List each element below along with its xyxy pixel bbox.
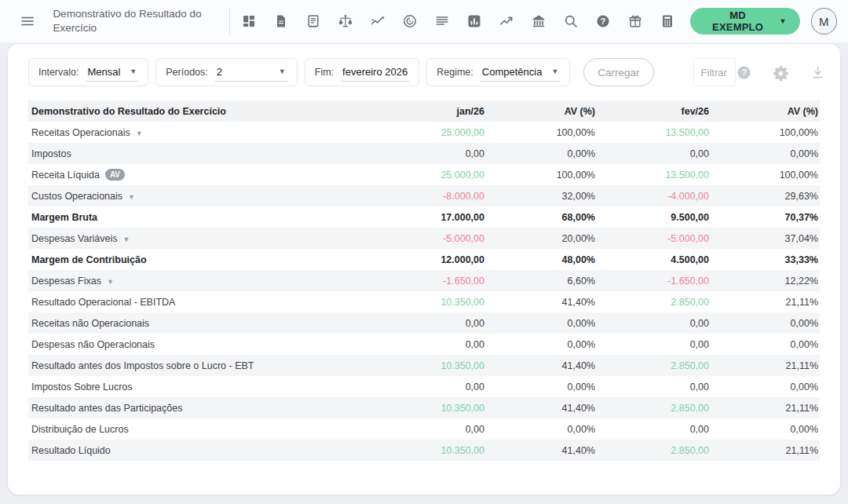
end-date-value: fevereiro 2026 bbox=[342, 66, 408, 78]
cell-value: 2.850,00 bbox=[597, 355, 711, 376]
cell-value: 41,40% bbox=[486, 355, 597, 376]
table-row: Receitas não Operacionais0,000,00%0,000,… bbox=[28, 312, 820, 334]
filter-input[interactable] bbox=[693, 58, 736, 86]
periods-select[interactable]: 2 ▼ bbox=[215, 64, 287, 82]
cell-value: 20,00% bbox=[486, 228, 597, 249]
document-icon[interactable] bbox=[265, 5, 298, 37]
table-row: Despesas não Operacionais0,000,00%0,000,… bbox=[28, 334, 820, 355]
row-label: Impostos Sobre Lucros bbox=[28, 376, 375, 397]
cell-value: 10.350,00 bbox=[375, 355, 486, 376]
expand-caret-icon[interactable]: ▼ bbox=[107, 278, 114, 286]
interval-select[interactable]: Mensal ▼ bbox=[86, 64, 138, 82]
svg-text:?: ? bbox=[601, 16, 605, 26]
sparkline-icon[interactable] bbox=[362, 5, 394, 37]
trending-up-icon[interactable] bbox=[491, 5, 523, 37]
row-label: Resultado Líquido bbox=[28, 440, 375, 461]
end-date-filter: Fim: fevereiro 2026 bbox=[305, 58, 419, 86]
cell-value: 41,40% bbox=[486, 397, 597, 418]
calculator-icon[interactable] bbox=[652, 5, 684, 37]
download-icon[interactable] bbox=[810, 64, 826, 81]
row-label: Receitas Operacionais▼ bbox=[28, 122, 375, 143]
cell-value: 0,00 bbox=[375, 334, 486, 355]
cell-value: 0,00% bbox=[711, 418, 820, 440]
chevron-down-icon: ▼ bbox=[279, 68, 286, 75]
row-label: Resultado antes das Participações bbox=[28, 397, 375, 418]
table-row: Distribuição de Lucros0,000,00%0,000,00% bbox=[28, 418, 820, 440]
cell-value: -5.000,00 bbox=[375, 228, 486, 249]
cell-value: 33,33% bbox=[711, 249, 820, 270]
cell-value: 0,00% bbox=[711, 334, 820, 355]
text-lines-icon[interactable] bbox=[426, 5, 459, 37]
table-row: Receitas Operacionais▼25.000,00100,00%13… bbox=[28, 122, 820, 143]
cell-value: 25.000,00 bbox=[375, 164, 486, 185]
cell-value: 41,40% bbox=[486, 291, 597, 312]
table-row: Receita LíquidaAV25.000,00100,00%13.500,… bbox=[28, 164, 820, 185]
cell-value: 48,00% bbox=[486, 249, 597, 270]
search-icon[interactable] bbox=[555, 5, 587, 37]
cell-value: 6,60% bbox=[486, 270, 597, 291]
regime-value: Competência bbox=[482, 66, 543, 78]
filter-actions: ? bbox=[736, 64, 848, 81]
bar-chart-icon[interactable] bbox=[459, 5, 491, 37]
cell-value: 29,63% bbox=[711, 185, 820, 206]
row-label: Receita LíquidaAV bbox=[28, 164, 375, 185]
cell-value: 0,00 bbox=[597, 418, 711, 440]
bank-icon[interactable] bbox=[523, 5, 555, 37]
column-header: AV (%) bbox=[486, 100, 597, 122]
page-title: Demonstrativo do Resultado do Exercício bbox=[53, 7, 221, 35]
scales-icon[interactable] bbox=[330, 5, 362, 37]
cell-value: 0,00 bbox=[597, 334, 711, 355]
row-label: Resultado Operacional - EBITDA bbox=[28, 291, 375, 312]
cell-value: 0,00 bbox=[375, 418, 486, 440]
row-label: Impostos bbox=[28, 143, 375, 164]
account-button[interactable]: MD EXEMPLO ▼ bbox=[690, 8, 800, 35]
expand-caret-icon[interactable]: ▼ bbox=[128, 193, 135, 201]
cell-value: 2.850,00 bbox=[597, 291, 711, 312]
avatar-initial: M bbox=[819, 15, 829, 28]
svg-text:?: ? bbox=[741, 68, 747, 77]
cell-value: 0,00% bbox=[486, 334, 597, 355]
cell-value: -4.000,00 bbox=[597, 185, 711, 206]
gift-icon[interactable] bbox=[620, 5, 652, 37]
avatar[interactable]: M bbox=[811, 8, 837, 35]
row-label: Despesas Variáveis▼ bbox=[28, 228, 375, 249]
end-date-field[interactable]: fevereiro 2026 bbox=[341, 64, 409, 82]
row-label: Resultado antes dos Impostos sobre o Luc… bbox=[28, 355, 375, 376]
menu-icon[interactable] bbox=[13, 6, 42, 36]
cell-value: 12,22% bbox=[711, 270, 820, 291]
report-card: Intervalo: Mensal ▼ Períodos: 2 ▼ Fim: f… bbox=[8, 44, 840, 495]
load-button[interactable]: Carregar bbox=[583, 58, 653, 86]
filter-bar: Intervalo: Mensal ▼ Períodos: 2 ▼ Fim: f… bbox=[28, 58, 820, 86]
receipt-icon[interactable] bbox=[298, 5, 330, 37]
column-header: fev/26 bbox=[597, 100, 711, 122]
help-icon[interactable]: ? bbox=[587, 5, 620, 37]
cell-value: 0,00% bbox=[486, 143, 597, 164]
topbar-nav: ? bbox=[233, 5, 684, 37]
table-row: Resultado antes dos Impostos sobre o Luc… bbox=[28, 355, 820, 376]
target-icon[interactable] bbox=[394, 5, 426, 37]
table-row: Resultado antes das Participações10.350,… bbox=[28, 397, 820, 418]
cell-value: -5.000,00 bbox=[597, 228, 711, 249]
cell-value: 0,00 bbox=[375, 376, 486, 397]
chevron-down-icon: ▼ bbox=[130, 68, 137, 75]
help-icon[interactable]: ? bbox=[736, 64, 752, 81]
table-row: Despesas Fixas▼-1.650,006,60%-1.650,0012… bbox=[28, 270, 820, 291]
cell-value: 0,00 bbox=[597, 376, 711, 397]
expand-caret-icon[interactable]: ▼ bbox=[136, 130, 143, 137]
settings-icon[interactable] bbox=[773, 64, 789, 81]
regime-select[interactable]: Competência ▼ bbox=[481, 64, 561, 82]
cell-value: 100,00% bbox=[486, 122, 597, 143]
expand-caret-icon[interactable]: ▼ bbox=[123, 236, 130, 243]
table-row: Resultado Operacional - EBITDA10.350,004… bbox=[28, 291, 820, 312]
table-row: Impostos0,000,00%0,000,00% bbox=[28, 143, 820, 164]
periods-label: Períodos: bbox=[166, 67, 208, 78]
topbar: Demonstrativo do Resultado do Exercício … bbox=[0, 0, 848, 42]
cell-value: 9.500,00 bbox=[597, 206, 711, 228]
dashboard-icon[interactable] bbox=[233, 5, 265, 37]
row-label: Despesas Fixas▼ bbox=[28, 270, 375, 291]
cell-value: 0,00% bbox=[711, 312, 820, 334]
column-header: AV (%) bbox=[711, 100, 820, 122]
cell-value: 12.000,00 bbox=[375, 249, 486, 270]
cell-value: 10.350,00 bbox=[375, 397, 486, 418]
row-label: Margem de Contribuição bbox=[28, 249, 375, 270]
